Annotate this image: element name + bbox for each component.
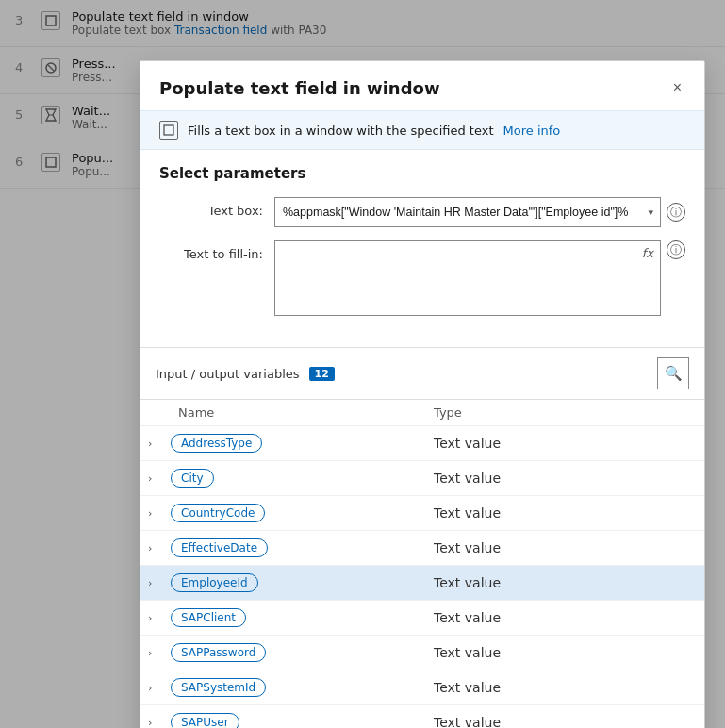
textbox-info-button[interactable]: ⓘ: [667, 203, 685, 222]
modal-header: Populate text field in window ×: [140, 61, 704, 110]
variable-name-tag: SAPSystemId: [171, 678, 266, 697]
textfill-info-button[interactable]: ⓘ: [667, 240, 685, 259]
chevron-right-icon[interactable]: ›: [148, 438, 171, 450]
variable-name-tag: EffectiveDate: [171, 538, 268, 557]
svg-rect-5: [164, 125, 173, 135]
variable-type-cell: Text value: [434, 540, 697, 555]
params-section: Select parameters Text box: %appmask["Wi…: [140, 150, 704, 347]
chevron-right-icon[interactable]: ›: [148, 647, 171, 659]
variable-type-cell: Text value: [434, 505, 697, 521]
variable-name-tag: SAPUser: [171, 713, 239, 728]
textbox-param-row: Text box: %appmask["Window 'Maintain HR …: [159, 197, 685, 227]
variables-search-button[interactable]: 🔍: [657, 357, 689, 389]
variables-count-badge: 12: [309, 367, 335, 381]
variable-name-tag: City: [171, 469, 214, 488]
variable-name-cell: AddressType: [171, 434, 434, 453]
variable-type-cell: Text value: [434, 471, 697, 486]
textfill-textarea-wrap: fx ⓘ: [274, 240, 685, 319]
variable-name-cell: EmployeeId: [171, 573, 434, 592]
variable-name-tag: SAPPassword: [171, 643, 266, 662]
variable-name-cell: SAPUser: [171, 713, 434, 728]
variables-list: › AddressType Text value › City Text val…: [140, 426, 704, 728]
textbox-label: Text box:: [159, 197, 263, 218]
variable-name-cell: SAPPassword: [171, 643, 434, 662]
chevron-right-icon[interactable]: ›: [148, 682, 171, 694]
variable-row[interactable]: › SAPSystemId Text value: [140, 670, 704, 705]
textbox-dropdown-wrap: %appmask["Window 'Maintain HR Master Dat…: [274, 197, 685, 227]
chevron-right-icon[interactable]: ›: [148, 612, 171, 624]
variables-header: Input / output variables 12 🔍: [140, 348, 704, 400]
variable-row[interactable]: › AddressType Text value: [140, 426, 704, 461]
variable-name-cell: City: [171, 469, 434, 488]
variable-row[interactable]: › SAPPassword Text value: [140, 636, 704, 670]
col-header-name: Name: [178, 405, 434, 420]
populate-textfield-modal: Populate text field in window × Fills a …: [140, 60, 705, 728]
variable-type-cell: Text value: [434, 575, 697, 590]
variable-type-cell: Text value: [434, 436, 697, 451]
variable-name-cell: SAPSystemId: [171, 678, 434, 697]
variable-row[interactable]: › EmployeeId Text value: [140, 566, 704, 601]
textfill-control: fx ⓘ: [274, 240, 685, 319]
chevron-right-icon[interactable]: ›: [148, 717, 171, 729]
variable-name-cell: SAPClient: [171, 608, 434, 627]
chevron-right-icon[interactable]: ›: [148, 542, 171, 554]
textfill-area-container: fx: [274, 240, 661, 319]
search-icon: 🔍: [665, 365, 683, 382]
modal-title: Populate text field in window: [159, 78, 440, 98]
chevron-right-icon[interactable]: ›: [148, 577, 171, 589]
variable-row[interactable]: › EffectiveDate Text value: [140, 531, 704, 566]
variable-row[interactable]: › SAPUser Text value: [140, 705, 704, 728]
variable-name-cell: EffectiveDate: [171, 538, 434, 557]
variables-panel: Input / output variables 12 🔍 Name Type …: [140, 347, 704, 728]
textfill-label: Text to fill-in:: [159, 240, 263, 261]
textfill-param-row: Text to fill-in: fx ⓘ: [159, 240, 685, 319]
col-header-type: Type: [434, 405, 689, 420]
variable-type-cell: Text value: [434, 715, 697, 728]
info-banner: Fills a text box in a window with the sp…: [140, 110, 704, 150]
textbox-control: %appmask["Window 'Maintain HR Master Dat…: [274, 197, 685, 227]
variable-name-tag: AddressType: [171, 434, 262, 453]
params-title: Select parameters: [159, 165, 685, 182]
variable-name-tag: SAPClient: [171, 608, 246, 627]
more-info-link[interactable]: More info: [503, 124, 561, 138]
action-icon: [159, 121, 178, 140]
variable-row[interactable]: › City Text value: [140, 461, 704, 496]
variables-title: Input / output variables: [156, 367, 300, 381]
variables-table-header: Name Type: [140, 400, 704, 426]
variable-type-cell: Text value: [434, 610, 697, 625]
variable-name-tag: CountryCode: [171, 504, 265, 522]
chevron-right-icon[interactable]: ›: [148, 507, 171, 520]
textbox-dropdown-container: %appmask["Window 'Maintain HR Master Dat…: [274, 197, 661, 227]
variable-name-tag: EmployeeId: [171, 573, 258, 592]
textbox-select[interactable]: %appmask["Window 'Maintain HR Master Dat…: [274, 197, 661, 227]
variable-row[interactable]: › CountryCode Text value: [140, 496, 704, 531]
textfill-textarea[interactable]: [274, 240, 661, 316]
fx-icon: fx: [642, 246, 653, 260]
info-text: Fills a text box in a window with the sp…: [188, 124, 494, 138]
variable-name-cell: CountryCode: [171, 504, 434, 522]
variable-type-cell: Text value: [434, 680, 697, 695]
variable-type-cell: Text value: [434, 645, 697, 660]
chevron-right-icon[interactable]: ›: [148, 472, 171, 485]
modal-close-button[interactable]: ×: [669, 76, 685, 99]
variable-row[interactable]: › SAPClient Text value: [140, 601, 704, 636]
